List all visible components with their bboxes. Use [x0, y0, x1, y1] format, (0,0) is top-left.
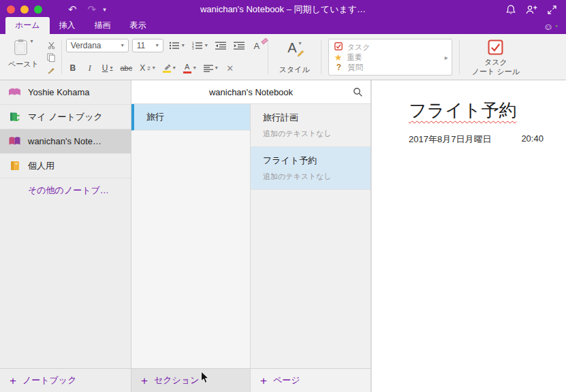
search-icon[interactable] — [353, 87, 363, 97]
pages-column: 旅行計画 追加のテキストなし フライト予約 追加のテキストなし + ページ — [251, 104, 371, 392]
paste-button[interactable]: ▾ ペースト — [5, 37, 42, 76]
sync-notebook-icon — [8, 112, 21, 122]
styles-label: スタイル — [279, 65, 310, 75]
add-page-button[interactable]: + ページ — [251, 368, 371, 392]
main-area: Yoshie Kohama マイ ノートブック wanichan's Note… — [0, 80, 566, 392]
notebook-list: Yoshie Kohama マイ ノートブック wanichan's Note… — [0, 80, 131, 368]
copy-button[interactable] — [47, 52, 56, 65]
page-subtitle: 追加のテキストなし — [263, 172, 364, 182]
quick-access-caret-icon[interactable]: ▾ — [103, 6, 106, 13]
paragraph-alignment-button[interactable]: ▾ — [202, 61, 220, 75]
share-add-person-icon[interactable] — [526, 5, 537, 14]
page-title: フライト予約 — [263, 154, 364, 167]
sidebar-item-wanichans-notebook[interactable]: wanichan's Note… — [0, 129, 131, 154]
notebook-header-title: wanichan's Notebook — [209, 87, 293, 97]
notifications-bell-icon[interactable] — [506, 5, 516, 15]
star-icon: ★ — [334, 53, 343, 62]
notebooks-sidebar: Yoshie Kohama マイ ノートブック wanichan's Note… — [0, 80, 131, 392]
decrease-indent-button[interactable] — [213, 39, 228, 52]
task-seal-button[interactable] — [488, 39, 503, 58]
increase-indent-button[interactable] — [232, 39, 247, 52]
plus-icon: + — [10, 375, 16, 387]
tags-panel: タスク ★ 重要 ? 質問 ▸ — [328, 39, 452, 76]
redo-button[interactable]: ↷ — [88, 3, 97, 16]
subscript-button[interactable]: X2 ▾ — [138, 61, 157, 75]
sidebar-item-label: その他のノートブ… — [28, 184, 109, 197]
font-name-value: Verdana — [71, 41, 101, 50]
paste-caret-icon: ▾ — [30, 39, 33, 44]
notebook-header: wanichan's Notebook — [131, 80, 371, 104]
font-name-select[interactable]: Verdana ▾ — [66, 39, 129, 52]
section-page-pane: wanichan's Notebook 旅行 + セクション — [131, 80, 371, 392]
font-row-1: Verdana ▾ 11 ▾ ▾ 123 ▾ — [66, 39, 264, 52]
page-item-travel-plan[interactable]: 旅行計画 追加のテキストなし — [251, 104, 371, 147]
delete-button[interactable]: ✕ — [223, 61, 237, 75]
styles-button[interactable]: A ▾ — [287, 39, 301, 54]
tag-task[interactable]: タスク — [334, 42, 446, 52]
sidebar-item-my-notebook[interactable]: マイ ノートブック — [0, 105, 131, 129]
font-color-bar — [183, 71, 191, 74]
format-painter-button[interactable] — [47, 65, 56, 77]
font-size-select[interactable]: 11 ▾ — [132, 39, 163, 52]
task-seal-group: タスク ノート シール — [464, 37, 528, 76]
add-notebook-button[interactable]: + ノートブック — [0, 368, 131, 392]
sidebar-item-personal[interactable]: 個人用 — [0, 154, 131, 178]
clipboard-icon — [14, 39, 28, 59]
italic-button[interactable]: I — [83, 61, 97, 75]
styles-a-icon: A — [287, 41, 296, 54]
bullet-list-button[interactable]: ▾ — [167, 39, 187, 52]
page-title-text[interactable]: フライト予約 — [409, 99, 516, 122]
feedback-smiley-icon[interactable]: ☺▾ — [544, 21, 558, 32]
numbered-list-button[interactable]: 123 ▾ — [190, 39, 210, 52]
tag-important[interactable]: ★ 重要 — [334, 52, 446, 63]
cut-button[interactable] — [47, 40, 56, 52]
font-row-2: B I U ▾ abc X2 ▾ ▾ — [66, 61, 264, 75]
quick-access-toolbar: ↶ ↷ ▾ — [68, 3, 106, 16]
page-list: 旅行計画 追加のテキストなし フライト予約 追加のテキストなし — [251, 104, 371, 368]
tag-question[interactable]: ? 質問 — [334, 63, 446, 73]
section-page-body: 旅行 + セクション 旅行計画 追加のテキストなし — [131, 104, 371, 392]
ribbon-separator — [61, 39, 62, 74]
section-item-travel[interactable]: 旅行 — [131, 104, 250, 131]
page-editor[interactable]: フライト予約 2017年8月7日月曜日 20:40 — [371, 80, 566, 392]
sections-column: 旅行 + セクション — [131, 104, 251, 392]
underline-button[interactable]: U ▾ — [100, 61, 115, 75]
ribbon-separator — [268, 39, 268, 74]
plus-icon: + — [141, 375, 148, 387]
clear-formatting-button[interactable]: A — [250, 39, 264, 52]
bold-button[interactable]: B — [66, 61, 80, 75]
add-section-button[interactable]: + セクション — [131, 368, 250, 392]
sidebar-item-label: マイ ノートブック — [28, 111, 103, 123]
paste-label: ペースト — [8, 59, 39, 69]
page-item-flight-booking[interactable]: フライト予約 追加のテキストなし — [251, 147, 371, 190]
tab-view[interactable]: 表示 — [121, 17, 156, 34]
task-seal-checkbox-icon — [488, 39, 503, 55]
highlight-button[interactable]: ▾ — [161, 61, 178, 75]
chevron-down-icon: ▾ — [215, 65, 218, 71]
tab-home[interactable]: ホーム — [5, 17, 50, 34]
svg-text:3: 3 — [192, 47, 194, 50]
tab-insert[interactable]: 挿入 — [50, 17, 85, 34]
highlighter-icon — [163, 64, 171, 70]
page-subtitle: 追加のテキストなし — [263, 129, 364, 139]
sidebar-item-more-notebooks[interactable]: その他のノートブ… — [0, 178, 131, 203]
chevron-down-icon: ▾ — [121, 43, 124, 48]
page-meta: 2017年8月7日月曜日 20:40 — [409, 133, 552, 146]
tags-more-chevron-icon[interactable]: ▸ — [445, 53, 448, 61]
plus-icon: + — [260, 375, 267, 387]
pencil-icon — [297, 46, 304, 59]
account-notebook-icon — [8, 87, 21, 97]
cut-copy-stack — [47, 37, 56, 76]
chevron-down-icon: ▾ — [153, 65, 155, 71]
titlebar-actions — [506, 5, 566, 15]
clipboard-group: ▾ ペースト — [5, 37, 57, 76]
open-notebook-icon — [8, 136, 21, 146]
yellow-notebook-icon — [8, 161, 21, 171]
tab-draw[interactable]: 描画 — [85, 17, 121, 34]
expand-window-icon[interactable] — [548, 5, 556, 14]
undo-button[interactable]: ↶ — [68, 3, 77, 16]
font-color-button[interactable]: A ▾ — [181, 61, 198, 75]
sidebar-item-account[interactable]: Yoshie Kohama — [0, 80, 131, 105]
strikethrough-button[interactable]: abc — [118, 61, 134, 75]
ribbon-separator — [321, 39, 321, 74]
